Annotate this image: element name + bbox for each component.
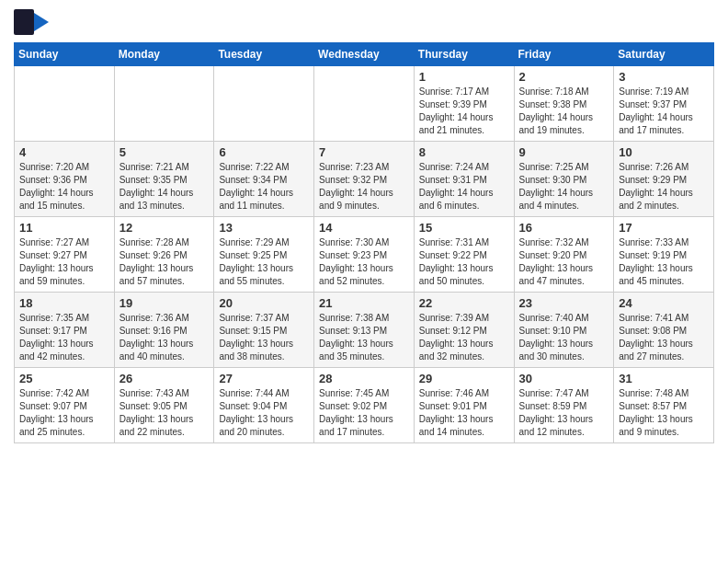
calendar-cell: 21Sunrise: 7:38 AM Sunset: 9:13 PM Dayli… [314,293,415,368]
week-row-2: 4Sunrise: 7:20 AM Sunset: 9:36 PM Daylig… [15,142,714,217]
cell-content: Sunrise: 7:23 AM Sunset: 9:32 PM Dayligh… [319,161,409,213]
cell-content: Sunrise: 7:19 AM Sunset: 9:37 PM Dayligh… [619,86,709,137]
date-number: 22 [419,296,509,310]
date-number: 26 [119,372,210,385]
cell-content: Sunrise: 7:43 AM Sunset: 9:05 PM Dayligh… [119,387,210,439]
cell-content: Sunrise: 7:47 AM Sunset: 8:59 PM Dayligh… [519,387,609,439]
date-number: 16 [519,221,609,235]
header-day-friday: Friday [514,43,614,66]
date-number: 17 [619,221,709,235]
date-number: 23 [519,296,609,310]
cell-content: Sunrise: 7:31 AM Sunset: 9:22 PM Dayligh… [419,236,509,288]
date-number: 5 [119,145,210,159]
cell-content: Sunrise: 7:25 AM Sunset: 9:30 PM Dayligh… [519,161,609,213]
calendar-table: SundayMondayTuesdayWednesdayThursdayFrid… [14,42,714,443]
cell-content: Sunrise: 7:36 AM Sunset: 9:16 PM Dayligh… [119,312,210,363]
cell-content: Sunrise: 7:22 AM Sunset: 9:34 PM Dayligh… [219,161,309,213]
calendar-cell [214,66,314,142]
cell-content: Sunrise: 7:20 AM Sunset: 9:36 PM Dayligh… [19,161,109,213]
date-number: 9 [519,145,609,159]
date-number: 31 [619,372,709,385]
cell-content: Sunrise: 7:38 AM Sunset: 9:13 PM Dayligh… [319,312,409,363]
date-number: 21 [319,296,409,310]
cell-content: Sunrise: 7:35 AM Sunset: 9:17 PM Dayligh… [19,312,109,363]
date-number: 20 [219,296,309,310]
calendar-cell: 28Sunrise: 7:45 AM Sunset: 9:02 PM Dayli… [314,368,415,443]
date-number: 8 [419,145,509,159]
cell-content: Sunrise: 7:24 AM Sunset: 9:31 PM Dayligh… [419,161,509,213]
date-number: 2 [519,70,609,84]
cell-content: Sunrise: 7:28 AM Sunset: 9:26 PM Dayligh… [119,236,210,288]
date-number: 15 [419,221,509,235]
date-number: 19 [119,296,210,310]
calendar-cell: 24Sunrise: 7:41 AM Sunset: 9:08 PM Dayli… [614,293,714,368]
calendar-cell: 18Sunrise: 7:35 AM Sunset: 9:17 PM Dayli… [15,293,115,368]
calendar-cell: 15Sunrise: 7:31 AM Sunset: 9:22 PM Dayli… [414,217,514,293]
calendar-cell: 17Sunrise: 7:33 AM Sunset: 9:19 PM Dayli… [614,217,714,293]
calendar-header-row: SundayMondayTuesdayWednesdayThursdayFrid… [15,43,714,66]
cell-content: Sunrise: 7:29 AM Sunset: 9:25 PM Dayligh… [219,236,309,288]
date-number: 12 [119,221,210,235]
cell-content: Sunrise: 7:40 AM Sunset: 9:10 PM Dayligh… [519,312,609,363]
calendar-cell: 11Sunrise: 7:27 AM Sunset: 9:27 PM Dayli… [15,217,115,293]
date-number: 6 [219,145,309,159]
header-day-monday: Monday [114,43,214,66]
logo-icon [14,9,49,35]
cell-content: Sunrise: 7:44 AM Sunset: 9:04 PM Dayligh… [219,387,309,439]
cell-content: Sunrise: 7:46 AM Sunset: 9:01 PM Dayligh… [419,387,509,439]
calendar-cell [114,66,214,142]
week-row-4: 18Sunrise: 7:35 AM Sunset: 9:17 PM Dayli… [15,293,714,368]
calendar-cell [15,66,115,142]
calendar-cell: 13Sunrise: 7:29 AM Sunset: 9:25 PM Dayli… [214,217,314,293]
header-day-wednesday: Wednesday [314,43,415,66]
week-row-5: 25Sunrise: 7:42 AM Sunset: 9:07 PM Dayli… [15,368,714,443]
calendar-cell: 5Sunrise: 7:21 AM Sunset: 9:35 PM Daylig… [114,142,214,217]
date-number: 14 [319,221,409,235]
calendar-cell: 10Sunrise: 7:26 AM Sunset: 9:29 PM Dayli… [614,142,714,217]
date-number: 11 [19,221,109,235]
header-day-sunday: Sunday [15,43,115,66]
header-day-tuesday: Tuesday [214,43,314,66]
date-number: 13 [219,221,309,235]
calendar-cell: 23Sunrise: 7:40 AM Sunset: 9:10 PM Dayli… [514,293,614,368]
date-number: 10 [619,145,709,159]
week-row-1: 1Sunrise: 7:17 AM Sunset: 9:39 PM Daylig… [15,66,714,142]
date-number: 24 [619,296,709,310]
cell-content: Sunrise: 7:18 AM Sunset: 9:38 PM Dayligh… [519,86,609,137]
calendar-cell: 26Sunrise: 7:43 AM Sunset: 9:05 PM Dayli… [114,368,214,443]
calendar-cell: 14Sunrise: 7:30 AM Sunset: 9:23 PM Dayli… [314,217,415,293]
date-number: 30 [519,372,609,385]
date-number: 18 [19,296,109,310]
cell-content: Sunrise: 7:48 AM Sunset: 8:57 PM Dayligh… [619,387,709,439]
date-number: 25 [19,372,109,385]
cell-content: Sunrise: 7:45 AM Sunset: 9:02 PM Dayligh… [319,387,409,439]
cell-content: Sunrise: 7:42 AM Sunset: 9:07 PM Dayligh… [19,387,109,439]
date-number: 1 [419,70,509,84]
date-number: 3 [619,70,709,84]
calendar-cell: 30Sunrise: 7:47 AM Sunset: 8:59 PM Dayli… [514,368,614,443]
header-day-saturday: Saturday [614,43,714,66]
cell-content: Sunrise: 7:26 AM Sunset: 9:29 PM Dayligh… [619,161,709,213]
svg-marker-1 [34,13,49,31]
calendar-cell: 1Sunrise: 7:17 AM Sunset: 9:39 PM Daylig… [414,66,514,142]
date-number: 27 [219,372,309,385]
calendar-cell: 29Sunrise: 7:46 AM Sunset: 9:01 PM Dayli… [414,368,514,443]
calendar-cell: 3Sunrise: 7:19 AM Sunset: 9:37 PM Daylig… [614,66,714,142]
cell-content: Sunrise: 7:39 AM Sunset: 9:12 PM Dayligh… [419,312,509,363]
logo [14,9,52,35]
calendar-cell: 8Sunrise: 7:24 AM Sunset: 9:31 PM Daylig… [414,142,514,217]
calendar-cell: 9Sunrise: 7:25 AM Sunset: 9:30 PM Daylig… [514,142,614,217]
cell-content: Sunrise: 7:32 AM Sunset: 9:20 PM Dayligh… [519,236,609,288]
cell-content: Sunrise: 7:17 AM Sunset: 9:39 PM Dayligh… [419,86,509,137]
calendar-cell: 4Sunrise: 7:20 AM Sunset: 9:36 PM Daylig… [15,142,115,217]
calendar-cell: 22Sunrise: 7:39 AM Sunset: 9:12 PM Dayli… [414,293,514,368]
cell-content: Sunrise: 7:41 AM Sunset: 9:08 PM Dayligh… [619,312,709,363]
calendar-cell: 2Sunrise: 7:18 AM Sunset: 9:38 PM Daylig… [514,66,614,142]
calendar-cell: 12Sunrise: 7:28 AM Sunset: 9:26 PM Dayli… [114,217,214,293]
calendar-cell [314,66,415,142]
header-day-thursday: Thursday [414,43,514,66]
calendar-cell: 6Sunrise: 7:22 AM Sunset: 9:34 PM Daylig… [214,142,314,217]
week-row-3: 11Sunrise: 7:27 AM Sunset: 9:27 PM Dayli… [15,217,714,293]
calendar-cell: 20Sunrise: 7:37 AM Sunset: 9:15 PM Dayli… [214,293,314,368]
page-header [14,9,714,35]
